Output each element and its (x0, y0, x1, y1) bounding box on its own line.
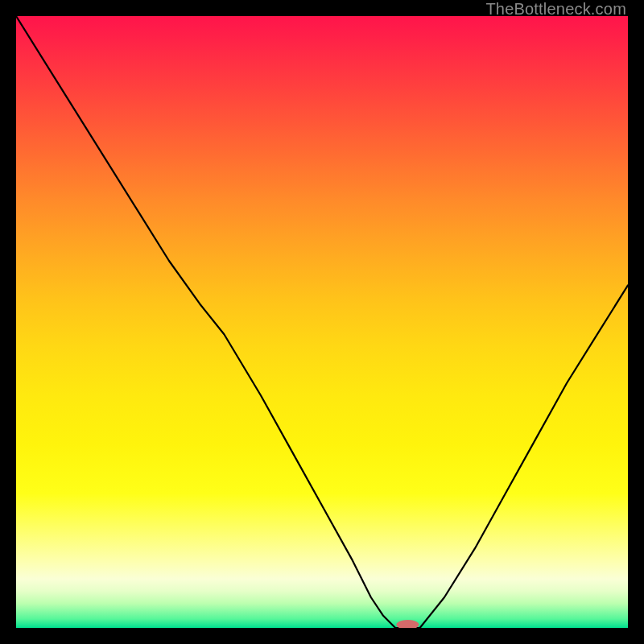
chart-container: TheBottleneck.com (0, 0, 644, 644)
bottleneck-curve (16, 16, 628, 628)
plot-area (16, 16, 628, 628)
curve-svg (16, 16, 628, 628)
optimum-marker (396, 620, 419, 628)
